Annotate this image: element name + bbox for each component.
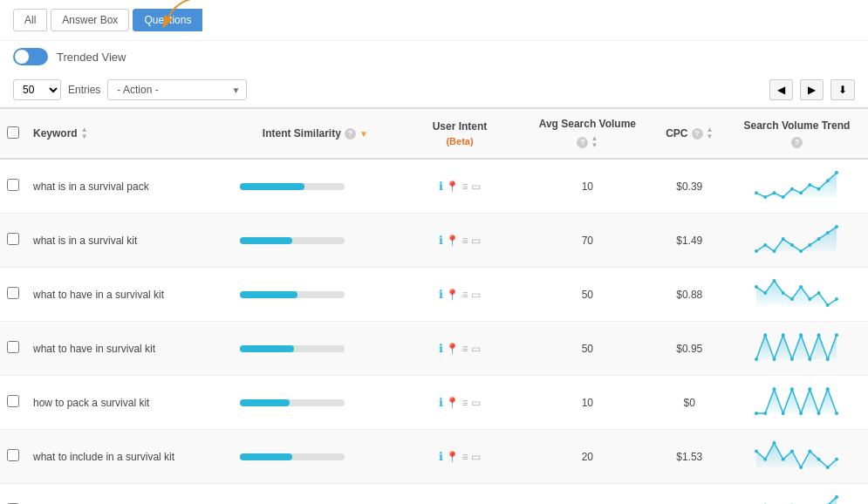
svg-point-35 <box>755 358 758 361</box>
bars-icon[interactable]: ≡ <box>461 451 468 463</box>
cpc-cell: $1.49 <box>653 214 726 268</box>
avg-search-cell: 10 <box>522 376 653 430</box>
svg-point-8 <box>809 183 812 187</box>
intent-sim-cell <box>233 322 398 376</box>
cpc-cell: $1.75 <box>653 484 726 505</box>
tab-answer-box[interactable]: Answer Box <box>51 9 129 31</box>
nav-prev-button[interactable]: ◀ <box>769 79 793 100</box>
bars-icon[interactable]: ≡ <box>461 235 468 247</box>
svg-point-33 <box>835 297 838 301</box>
svg-point-54 <box>826 387 830 391</box>
pin-icon[interactable]: 📍 <box>446 451 459 463</box>
avg-search-cell: 70 <box>522 214 653 268</box>
row-checkbox[interactable] <box>7 449 19 461</box>
avg-search-info-icon[interactable]: ? <box>577 137 588 148</box>
trended-view-row: Trended View <box>0 41 868 72</box>
cpc-cell: $0.88 <box>653 268 726 322</box>
download-button[interactable]: ⬇ <box>830 79 855 100</box>
tab-bar: All Answer Box Questions <box>0 0 868 41</box>
info-icon[interactable]: ℹ <box>439 396 443 409</box>
pin-icon[interactable]: 📍 <box>446 289 459 301</box>
pin-icon[interactable]: 📍 <box>446 397 459 409</box>
user-intent-cell: ℹ 📍 ≡ ▭ <box>398 214 522 268</box>
svg-marker-67 <box>756 497 837 504</box>
avg-search-label: Avg Search Volume <box>539 118 636 130</box>
row-checkbox[interactable] <box>7 287 19 299</box>
col-header-intent-sim: Intent Similarity ? ▼ <box>233 109 398 160</box>
row-checkbox[interactable] <box>7 179 19 191</box>
user-intent-cell: ℹ 📍 ≡ ▭ <box>398 376 522 430</box>
bars-icon[interactable]: ≡ <box>461 343 468 355</box>
trended-view-toggle[interactable] <box>13 48 48 65</box>
svg-point-9 <box>817 187 821 191</box>
svg-point-40 <box>800 333 803 337</box>
svg-point-24 <box>755 285 758 289</box>
svg-point-60 <box>782 458 785 461</box>
intent-sim-cell <box>233 430 398 484</box>
card-icon[interactable]: ▭ <box>471 343 481 355</box>
info-icon[interactable]: ℹ <box>439 180 443 193</box>
cpc-info-icon[interactable]: ? <box>692 128 703 140</box>
svg-point-3 <box>764 195 768 199</box>
trend-cell <box>726 484 868 505</box>
pin-icon[interactable]: 📍 <box>446 343 459 355</box>
svg-point-41 <box>809 358 812 361</box>
keyword-cell: what to have in survival kit <box>26 322 233 376</box>
trend-cell <box>726 322 868 376</box>
row-checkbox[interactable] <box>7 233 19 245</box>
keyword-cell: what to include in a survival kit <box>26 430 233 484</box>
svg-point-59 <box>773 441 776 445</box>
cpc-sort[interactable]: ▲▼ <box>707 126 714 140</box>
results-table-wrap: Keyword ▲▼ Intent Similarity ? ▼ User In… <box>0 108 868 504</box>
svg-point-11 <box>835 171 838 174</box>
bars-icon[interactable]: ≡ <box>461 180 468 193</box>
table-header-row: Keyword ▲▼ Intent Similarity ? ▼ User In… <box>0 109 868 160</box>
svg-point-66 <box>835 458 838 461</box>
select-all-checkbox[interactable] <box>7 126 19 139</box>
row-checkbox[interactable] <box>7 341 19 353</box>
svg-point-25 <box>764 291 768 295</box>
info-icon[interactable]: ℹ <box>439 450 443 463</box>
intent-sim-info-icon[interactable]: ? <box>345 128 356 140</box>
svg-point-18 <box>800 249 803 253</box>
card-icon[interactable]: ▭ <box>471 235 481 247</box>
info-icon[interactable]: ℹ <box>439 234 443 247</box>
entries-select[interactable]: 50 25 100 <box>13 79 61 100</box>
pin-icon[interactable]: 📍 <box>446 235 459 247</box>
svg-point-30 <box>809 297 812 301</box>
card-icon[interactable]: ▭ <box>471 397 481 409</box>
row-checkbox[interactable] <box>7 395 19 407</box>
trend-cell <box>726 214 868 268</box>
col-header-trend: Search Volume Trend ? <box>726 109 868 160</box>
tab-all[interactable]: All <box>13 9 47 31</box>
bars-icon[interactable]: ≡ <box>461 397 468 409</box>
user-intent-cell: ℹ 📍 ≡ ▭ <box>398 430 522 484</box>
trend-cell <box>726 430 868 484</box>
svg-point-5 <box>782 195 785 199</box>
bars-icon[interactable]: ≡ <box>461 289 468 301</box>
card-icon[interactable]: ▭ <box>471 451 481 463</box>
user-intent-beta-label: (Beta) <box>446 136 473 146</box>
trend-cell <box>726 268 868 322</box>
trend-info-icon[interactable]: ? <box>791 137 803 148</box>
avg-search-cell: 10 <box>522 484 653 505</box>
svg-point-64 <box>817 458 821 461</box>
card-icon[interactable]: ▭ <box>471 180 481 193</box>
keyword-sort[interactable]: ▲▼ <box>81 126 88 140</box>
action-select[interactable]: - Action - <box>107 79 247 100</box>
card-icon[interactable]: ▭ <box>471 289 481 301</box>
svg-point-7 <box>800 191 803 194</box>
avg-search-sort[interactable]: ▲▼ <box>591 135 598 149</box>
info-icon[interactable]: ℹ <box>439 342 443 355</box>
arrow-annotation-area: Questions <box>133 9 202 31</box>
svg-marker-1 <box>756 173 837 197</box>
pin-icon[interactable]: 📍 <box>446 180 459 193</box>
sparkline-chart <box>753 222 840 255</box>
cpc-label: CPC <box>666 127 687 140</box>
svg-point-65 <box>826 466 830 469</box>
nav-next-button[interactable]: ▶ <box>800 79 824 100</box>
intent-sim-sort-icon[interactable]: ▼ <box>359 129 368 139</box>
col-header-check <box>0 109 26 160</box>
info-icon[interactable]: ℹ <box>439 288 443 301</box>
sparkline-chart <box>753 276 840 310</box>
